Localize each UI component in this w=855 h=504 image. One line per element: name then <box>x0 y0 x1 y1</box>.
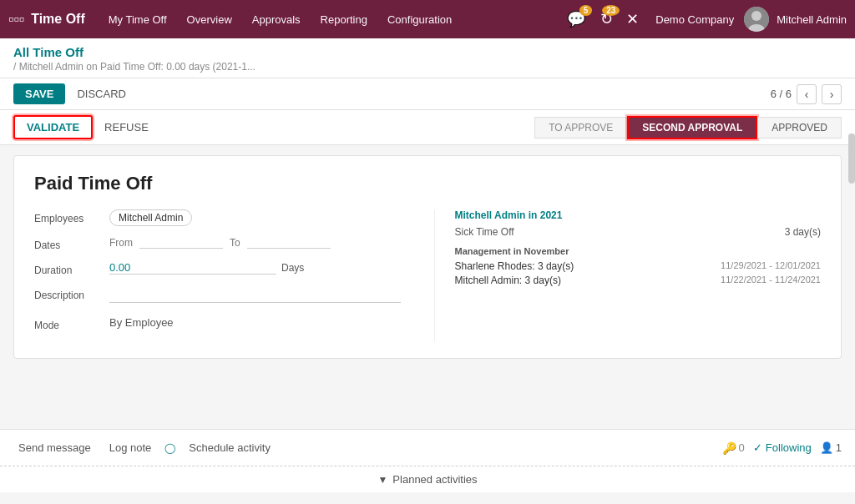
person-row-1: Mitchell Admin: 3 day(s) 11/22/2021 - 11… <box>455 275 822 286</box>
sick-time-row: Sick Time Off 3 day(s) <box>455 226 822 238</box>
following-button[interactable]: ✓ Following <box>753 441 812 454</box>
employee-badge[interactable]: Mitchell Admin <box>109 209 192 226</box>
nav-reporting[interactable]: Reporting <box>312 8 376 31</box>
form-left: Employees Mitchell Admin Dates From To <box>34 209 401 341</box>
dates-row: Dates From To <box>34 236 401 251</box>
form-body: Employees Mitchell Admin Dates From To <box>34 209 821 341</box>
action-bar: SAVE DISCARD 6 / 6 ‹ › <box>0 78 855 110</box>
person-1-name: Mitchell Admin: 3 day(s) <box>455 275 561 286</box>
status-step-approved[interactable]: APPROVED <box>757 117 842 139</box>
form-card: Paid Time Off Employees Mitchell Admin D… <box>13 155 842 359</box>
pager-prev[interactable]: ‹ <box>797 84 817 104</box>
dates-value: From To <box>109 236 401 249</box>
close-icon[interactable]: ✕ <box>626 10 639 28</box>
grid-icon[interactable]: ▫▫▫ <box>8 11 24 28</box>
date-from-input[interactable] <box>139 236 223 249</box>
duration-label: Duration <box>34 261 109 276</box>
chat-badge: 5 <box>579 5 593 16</box>
mode-text: By Employee <box>109 316 174 329</box>
form-right: Mitchell Admin in 2021 Sick Time Off 3 d… <box>434 209 822 341</box>
chevron-down-icon[interactable]: ▼ <box>377 474 387 486</box>
activity-badge: 23 <box>602 5 620 16</box>
person-1-dates: 11/22/2021 - 11/24/2021 <box>721 275 821 286</box>
username[interactable]: Mitchell Admin <box>777 13 847 26</box>
main-content: Paid Time Off Employees Mitchell Admin D… <box>0 145 855 429</box>
status-pipeline: TO APPROVE SECOND APPROVAL APPROVED <box>534 116 842 139</box>
discard-button[interactable]: DISCARD <box>70 83 133 104</box>
schedule-activity-button[interactable]: Schedule activity <box>184 438 276 457</box>
likes-number: 0 <box>739 441 745 454</box>
employees-label: Employees <box>34 209 109 224</box>
pager-next[interactable]: › <box>822 84 842 104</box>
sick-value: 3 day(s) <box>785 226 821 238</box>
chatter-right: 🔑 0 ✓ Following 👤 1 <box>722 441 842 455</box>
nav-approvals[interactable]: Approvals <box>244 8 309 31</box>
description-value <box>109 286 401 303</box>
planned-activities-label[interactable]: Planned activities <box>392 473 477 486</box>
sick-label: Sick Time Off <box>455 226 514 238</box>
breadcrumb-title[interactable]: All Time Off <box>13 45 842 59</box>
planned-activities-bar: ▼ Planned activities <box>0 466 855 492</box>
person-0-name: Sharlene Rhodes: 3 day(s) <box>455 260 574 272</box>
duration-number[interactable]: 0.00 <box>109 261 276 275</box>
dates-label: Dates <box>34 236 109 251</box>
app-name: Time Off <box>31 12 85 27</box>
person-icon: 👤 <box>820 441 833 454</box>
validate-button[interactable]: VALIDATE <box>13 115 93 139</box>
person-0-dates: 11/29/2021 - 12/01/2021 <box>721 260 821 272</box>
pager: 6 / 6 ‹ › <box>771 84 842 104</box>
employee-value: Mitchell Admin <box>109 209 401 226</box>
employees-row: Employees Mitchell Admin <box>34 209 401 226</box>
to-label: To <box>230 237 240 249</box>
save-button[interactable]: SAVE <box>13 83 65 104</box>
nav-configuration[interactable]: Configuration <box>379 8 460 31</box>
description-input[interactable] <box>109 286 401 303</box>
status-step-to-approve[interactable]: TO APPROVE <box>534 117 627 139</box>
breadcrumb-subtitle: / Mitchell Admin on Paid Time Off: 0.00 … <box>13 61 842 78</box>
like-icon: 🔑 <box>722 441 736 455</box>
mode-label: Mode <box>34 316 109 331</box>
breadcrumb-area: All Time Off / Mitchell Admin on Paid Ti… <box>0 38 855 78</box>
from-label: From <box>109 237 133 249</box>
clock-icon-small: ◯ <box>164 442 175 454</box>
followers-number: 1 <box>836 441 842 454</box>
activity-icon-wrap[interactable]: ↻ 23 <box>600 10 613 28</box>
nav-overview[interactable]: Overview <box>179 8 240 31</box>
duration-unit: Days <box>281 262 304 274</box>
description-row: Description <box>34 286 401 303</box>
following-label: Following <box>766 441 812 454</box>
management-title: Management in November <box>455 246 822 256</box>
top-navigation: ▫▫▫ Time Off My Time Off Overview Approv… <box>0 0 855 38</box>
workflow-bar: VALIDATE REFUSE TO APPROVE SECOND APPROV… <box>0 110 855 145</box>
chat-icon-wrap[interactable]: 💬 5 <box>567 10 585 28</box>
avatar <box>744 7 769 32</box>
form-title: Paid Time Off <box>34 173 821 194</box>
likes-count: 🔑 0 <box>722 441 745 455</box>
followers-count-wrap: 👤 1 <box>820 441 842 454</box>
svg-point-1 <box>751 11 761 21</box>
pager-text: 6 / 6 <box>771 88 792 100</box>
log-note-button[interactable]: Log note <box>104 438 157 457</box>
status-step-second-approval[interactable]: SECOND APPROVAL <box>627 116 757 139</box>
mode-row: Mode By Employee <box>34 316 401 331</box>
mode-value: By Employee <box>109 316 401 329</box>
description-label: Description <box>34 286 109 301</box>
duration-row: Duration 0.00 Days <box>34 261 401 276</box>
duration-value: 0.00 Days <box>109 261 401 275</box>
refuse-button[interactable]: REFUSE <box>98 117 155 138</box>
person-row-0: Sharlene Rhodes: 3 day(s) 11/29/2021 - 1… <box>455 260 822 272</box>
chatter-bar: Send message Log note ◯ Schedule activit… <box>0 429 855 466</box>
nav-my-time-off[interactable]: My Time Off <box>100 8 175 31</box>
date-to-input[interactable] <box>247 236 331 249</box>
checkmark-icon: ✓ <box>753 441 762 454</box>
info-panel-title: Mitchell Admin in 2021 <box>455 209 822 221</box>
company-name: Demo Company <box>655 13 734 26</box>
send-message-button[interactable]: Send message <box>13 438 96 457</box>
